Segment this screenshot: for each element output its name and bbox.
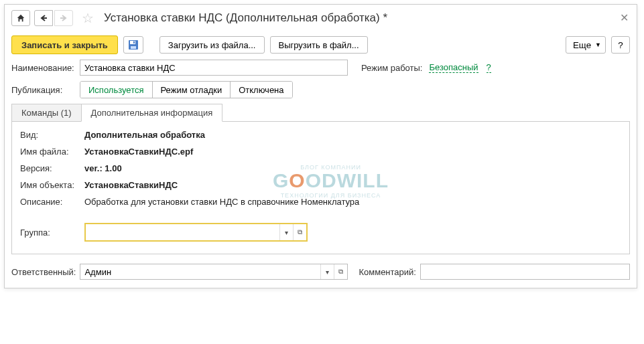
version-value: ver.: 1.00 [84,163,122,173]
tab-additional-info[interactable]: Дополнительная информация [81,104,223,122]
favorite-star-icon[interactable]: ☆ [80,10,96,26]
back-icon[interactable] [34,10,53,26]
responsible-input-wrapper: ▾ ⧉ [80,264,348,280]
responsible-dropdown-icon[interactable]: ▾ [320,264,334,279]
pub-option-off[interactable]: Отключена [230,82,292,98]
tab-commands[interactable]: Команды (1) [11,104,82,121]
save-button[interactable] [123,36,143,54]
close-icon[interactable]: ✕ [618,11,630,23]
desc-value: Обработка для установки ставки НДС в спр… [84,197,359,207]
kind-label: Вид: [20,130,84,140]
group-input-wrapper: ▾ ⧉ [84,223,308,242]
save-to-file-button[interactable]: Выгрузить в файл... [270,36,368,54]
comment-input[interactable] [420,264,630,280]
more-button[interactable]: Еще ▼ [566,36,606,54]
pub-option-used[interactable]: Используется [80,82,152,98]
publication-segmented: Используется Режим отладки Отключена [80,81,293,98]
group-input[interactable] [86,224,279,240]
desc-label: Описание: [20,197,84,207]
version-label: Версия: [20,163,84,173]
titlebar: ☆ Установка ставки НДС (Дополнительная о… [5,5,637,33]
group-dropdown-icon[interactable]: ▾ [279,224,293,240]
kind-value: Дополнительная обработка [84,130,205,140]
pub-option-debug[interactable]: Режим отладки [152,82,231,98]
svg-rect-3 [133,41,135,44]
obj-label: Имя объекта: [20,180,84,190]
forward-icon[interactable] [54,10,73,26]
home-icon[interactable] [11,10,30,26]
name-label: Наименование: [11,63,76,73]
file-value: УстановкаСтавкиНДС.epf [84,147,193,157]
mode-link[interactable]: Безопасный [429,62,478,73]
mode-help-icon[interactable]: ? [487,62,491,73]
file-label: Имя файла: [20,147,84,157]
group-label: Группа: [20,228,84,238]
help-button[interactable]: ? [611,36,630,54]
tab-content: Вид: Дополнительная обработка Имя файла:… [11,122,630,254]
form-area: Наименование: Режим работы: Безопасный ?… [5,60,637,280]
mode-label: Режим работы: [361,63,422,73]
window-title: Установка ставки НДС (Дополнительная обр… [104,11,387,25]
chevron-down-icon: ▼ [595,41,601,48]
publication-label: Публикация: [11,85,76,95]
obj-value: УстановкаСтавкиНДС [84,180,178,190]
comment-label: Комментарий: [359,267,416,277]
group-open-icon[interactable]: ⧉ [293,224,306,240]
responsible-label: Ответственный: [11,267,76,277]
responsible-input[interactable] [80,264,320,279]
name-input[interactable] [80,60,348,76]
svg-rect-2 [131,46,136,49]
save-close-button[interactable]: Записать и закрыть [11,35,118,54]
main-window: ✕ ☆ Установка ставки НДС (Дополнительная… [4,4,637,288]
responsible-open-icon[interactable]: ⧉ [334,264,347,279]
load-from-file-button[interactable]: Загрузить из файла... [159,36,265,54]
tabs: Команды (1) Дополнительная информация [11,104,630,122]
toolbar: Записать и закрыть Загрузить из файла...… [5,33,637,60]
more-label: Еще [573,40,591,50]
